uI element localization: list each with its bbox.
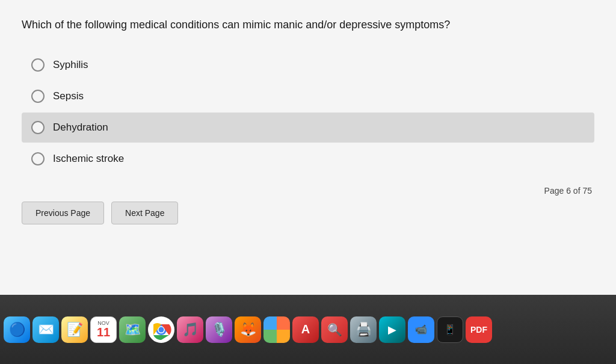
dock-podcast-icon[interactable]: 🎙️ (206, 316, 232, 343)
radio-sepsis (31, 90, 45, 103)
dock-calendar-icon[interactable]: NOV 11 (90, 316, 117, 343)
radio-dehydration (31, 121, 45, 134)
dock-camtasia-icon[interactable]: ▶ (379, 316, 405, 343)
dock-maps-icon[interactable]: 🗺️ (119, 316, 146, 343)
dock-printer-icon[interactable]: 🖨️ (350, 316, 377, 343)
calendar-day-number: 11 (97, 326, 110, 338)
dock-finder-icon[interactable]: 🔵 (4, 316, 30, 343)
dock-photos-icon[interactable] (263, 316, 290, 343)
macos-dock: 🔵 ✉️ 📝 NOV 11 🗺️ 🎵 (0, 295, 616, 364)
options-list: Syphilis Sepsis Dehydration Ischemic str… (22, 50, 594, 174)
dock-app-a-icon[interactable]: A (292, 316, 319, 343)
dock-firefox-icon[interactable]: 🦊 (235, 316, 261, 343)
option-label-sepsis: Sepsis (53, 90, 84, 102)
option-label-ischemic-stroke: Ischemic stroke (53, 153, 124, 165)
radio-syphilis (31, 58, 45, 72)
dock-zoom-icon[interactable]: 📹 (408, 316, 434, 343)
radio-ischemic-stroke (31, 152, 45, 165)
previous-page-button[interactable]: Previous Page (22, 202, 104, 224)
option-label-syphilis: Syphilis (53, 59, 88, 71)
dock-acrobat-icon[interactable]: PDF (466, 316, 492, 343)
dock-extra-icon[interactable]: 📱 (437, 316, 463, 343)
pagination-text: Page 6 of 75 (22, 186, 594, 196)
dock-chrome-icon[interactable] (148, 316, 174, 343)
option-label-dehydration: Dehydration (53, 122, 108, 134)
dock-music-icon[interactable]: 🎵 (177, 316, 203, 343)
question-text: Which of the following medical condition… (22, 17, 539, 33)
dock-spotlight-icon[interactable]: 🔍 (321, 316, 348, 343)
navigation-buttons: Previous Page Next Page (22, 202, 594, 224)
next-page-button[interactable]: Next Page (111, 202, 178, 224)
dock-mail-icon[interactable]: ✉️ (32, 316, 59, 343)
quiz-container: Which of the following medical condition… (0, 0, 616, 295)
dock-notes-icon[interactable]: 📝 (61, 316, 88, 343)
option-dehydration[interactable]: Dehydration (22, 113, 594, 143)
option-ischemic-stroke[interactable]: Ischemic stroke (22, 144, 594, 174)
svg-point-5 (159, 327, 164, 332)
option-syphilis[interactable]: Syphilis (22, 50, 594, 80)
option-sepsis[interactable]: Sepsis (22, 81, 594, 111)
